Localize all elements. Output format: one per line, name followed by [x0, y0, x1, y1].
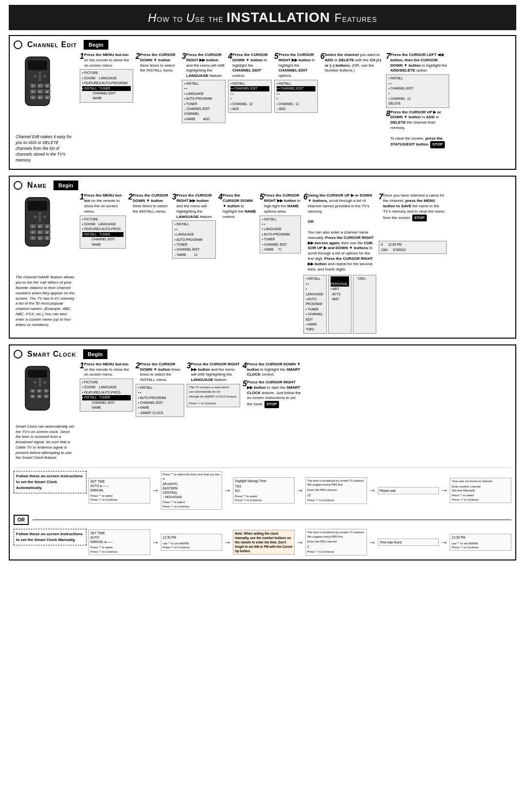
title-how: H: [148, 11, 157, 24]
smart-clock-description: Smart Clock can automatically set the TV…: [16, 424, 75, 461]
sc-manual-arrow-5: →: [440, 539, 448, 546]
smart-clock-icon: [14, 350, 22, 359]
ce-step-8: 8 Press the CURSOR UP ▶ or DOWN ▼ button…: [386, 110, 449, 149]
sc-auto-box-3: Daylight Savings Time YES NO Press '*' t…: [233, 477, 295, 504]
sc-steps-grid: 1 Press the MENU but-ton on the remote t…: [80, 362, 511, 463]
channel-edit-section: Channel Edit Begin: [9, 35, 516, 170]
name-screen-3: • INSTALL • • • LANGUAGE • AUTO-PROGRAM …: [172, 220, 216, 259]
svg-text:4: 4: [32, 90, 34, 93]
smart-clock-section: Smart Clock Begin: [9, 344, 516, 560]
svg-point-56: [38, 384, 41, 387]
svg-text:6: 6: [47, 231, 48, 234]
smart-clock-desc: 1 2 3 4 5 6 Smart Clock can automaticall…: [14, 362, 77, 463]
svg-text:6: 6: [47, 90, 48, 93]
name-step-6: 6 Using the CURSOR UP ▶ or DOWN ▼ button…: [303, 193, 376, 333]
svg-text:5: 5: [39, 395, 40, 398]
name-screen-5: • INSTALL • • • LANGUAGE • AUTO-PROGRAM …: [260, 216, 301, 254]
ce-screen-3: • INSTALL • • • LANGUAGE • AUTO-PROGRAM …: [182, 80, 226, 123]
sc-step-3: 3 Press the CURSOR RIGHT ▶▶ button and t…: [187, 362, 240, 463]
channel-edit-header: Channel Edit Begin: [14, 40, 511, 50]
ce-screen-4: • INSTALL • • CHANNEL EDIT • • • • CHANN…: [228, 80, 272, 113]
svg-text:1: 1: [32, 225, 34, 228]
title-se: se the: [195, 13, 227, 24]
or-line: [33, 520, 511, 520]
svg-point-28: [34, 216, 36, 218]
svg-point-6: [38, 78, 41, 81]
name-steps-grid: 1 Press the MENU but-ton on the remote t…: [80, 193, 511, 333]
svg-rect-1: [28, 60, 47, 70]
channel-edit-desc: 1 2 3 4 5 6 7 8 9 Channel Edit makes it …: [14, 53, 77, 165]
name-step-5: 5 Press the CURSOR RIGHT ▶▶ button to hi…: [260, 193, 301, 333]
ce-step-78: 7 Press the CURSOR LEFT ◀◀ button, then …: [386, 53, 449, 165]
svg-text:4: 4: [32, 231, 34, 234]
sc-screen-2: • INSTALL • • • AUTO-PROGRAM • CHANNEL E…: [136, 384, 184, 417]
stop-badge-name: STOP: [412, 215, 427, 222]
sc-manual-box-2: 12:30 PM use '*' to set AM/PM Press '>' …: [161, 534, 223, 551]
svg-text:2: 2: [39, 85, 41, 88]
ce-step-1: 1 Press the MENU but-ton on the remote t…: [80, 53, 133, 165]
name-screen-1: • PICTURE • SOUND LANGUAGE • FEATURES AU…: [80, 216, 126, 249]
svg-rect-51: [28, 370, 47, 378]
sc-manual-box-3: Note: When setting the clock manually, u…: [233, 530, 295, 555]
svg-text:2: 2: [39, 390, 40, 393]
name-screen-7: 6 12:00 PM CBS STEREO: [379, 241, 447, 254]
name-step-4: 4 Press the CURSOR DOWN ▼ button to high…: [218, 193, 257, 333]
sc-manual-box-4: The time is broadcast by certain TV stat…: [305, 529, 367, 556]
sc-auto-arrow-2: →: [224, 487, 231, 494]
title-installation: Installation: [227, 10, 334, 25]
name-screen-6-container: • INSTALL • • • LANGUAGE • AUTO-PROGRAM …: [303, 274, 376, 333]
svg-point-27: [38, 216, 41, 218]
name-step-2: 2 Press the CURSOR DOWN ▼ button three t…: [128, 193, 170, 333]
sc-auto-row: Follow these on-screen instructions to s…: [14, 471, 511, 510]
svg-text:6: 6: [46, 395, 47, 398]
ce-step-2: 2 Press the CURSOR DOWN ▼ button three t…: [136, 53, 179, 165]
sc-auto-arrow-3: →: [296, 487, 304, 494]
sc-auto-flow: SET TIME AUTO ●─── MANUAL Press '*' to s…: [88, 471, 511, 510]
name-description: The channel NAME feature allows you to l…: [16, 275, 75, 327]
svg-text:9: 9: [47, 237, 48, 240]
stop-badge-ce: STOP: [430, 141, 445, 148]
remote-illustration-sc: 1 2 3 4 5 6: [18, 364, 62, 422]
sc-manual-label-box: Follow these on-screen instructions to s…: [14, 529, 87, 545]
svg-point-52: [38, 381, 41, 384]
svg-text:9: 9: [47, 96, 48, 99]
svg-text:1: 1: [32, 85, 34, 88]
ce-step-3: 3 Press the CURSOR RIGHT ▶▶ button and t…: [182, 53, 226, 165]
sc-manual-arrow-4: →: [368, 539, 376, 546]
svg-point-31: [38, 219, 41, 222]
sc-auto-arrow-4: →: [368, 487, 376, 494]
sc-manual-box-1: SET TIME AUTO MANUAL ●─── Press '*' to s…: [88, 529, 150, 555]
sc-auto-box-1: SET TIME AUTO ●─── MANUAL Press '*' to s…: [88, 478, 150, 504]
channel-edit-body: 1 2 3 4 5 6 7 8 9 Channel Edit makes it …: [14, 53, 511, 165]
svg-text:7: 7: [32, 237, 34, 240]
svg-text:3: 3: [46, 390, 47, 393]
smart-clock-begin: Begin: [83, 349, 108, 359]
smart-clock-title: Smart Clock: [25, 350, 78, 359]
sc-step-1: 1 Press the MENU but-ton on the remote t…: [80, 362, 133, 463]
name-screen-6a: • INSTALL • • • LANGUAGE • AUTO-PROGRAM …: [303, 275, 327, 333]
sc-manual-flow: SET TIME AUTO MANUAL ●─── Press '*' to s…: [88, 529, 511, 556]
smart-clock-body: 1 2 3 4 5 6 Smart Clock can automaticall…: [14, 362, 511, 463]
sc-screen-3: This TV contains a clock which can autom…: [187, 384, 240, 407]
ce-screen-1: • PICTURE • SOUND LANGUAGE • FEATURES AU…: [80, 69, 133, 102]
ce-step-4: 4 Press the CURSOR DOWN ▼ button to high…: [228, 53, 272, 165]
sc-flow-area: Follow these on-screen instructions to s…: [14, 468, 511, 556]
svg-text:4: 4: [32, 395, 34, 398]
channel-edit-icon: [14, 40, 22, 49]
svg-text:3: 3: [47, 85, 48, 88]
svg-text:5: 5: [39, 231, 41, 234]
ce-screen-5: • INSTALL • • CHANNEL EDIT • • • • CHANN…: [274, 80, 318, 113]
sc-auto-box-6: Time was not found on channel Enter anot…: [450, 478, 511, 503]
sc-auto-label-box: Follow these on-screen instructions to s…: [14, 471, 87, 493]
svg-point-54: [43, 381, 46, 384]
main-title: How to Use the Installation Features: [9, 5, 516, 30]
sc-auto-box-4: The time is broadcast by certain TV stat…: [305, 477, 367, 504]
sc-step-45: 4 Press the CURSOR DOWN ▼ button to high…: [243, 362, 301, 463]
svg-text:8: 8: [39, 96, 41, 99]
title-use: U: [186, 11, 195, 24]
remote-illustration-name: 1 2 3 4 5 6 7 8 9: [18, 195, 62, 271]
svg-point-2: [38, 75, 41, 78]
sc-or-divider: OR: [14, 513, 511, 527]
svg-point-30: [38, 212, 41, 215]
name-icon: [14, 181, 22, 190]
